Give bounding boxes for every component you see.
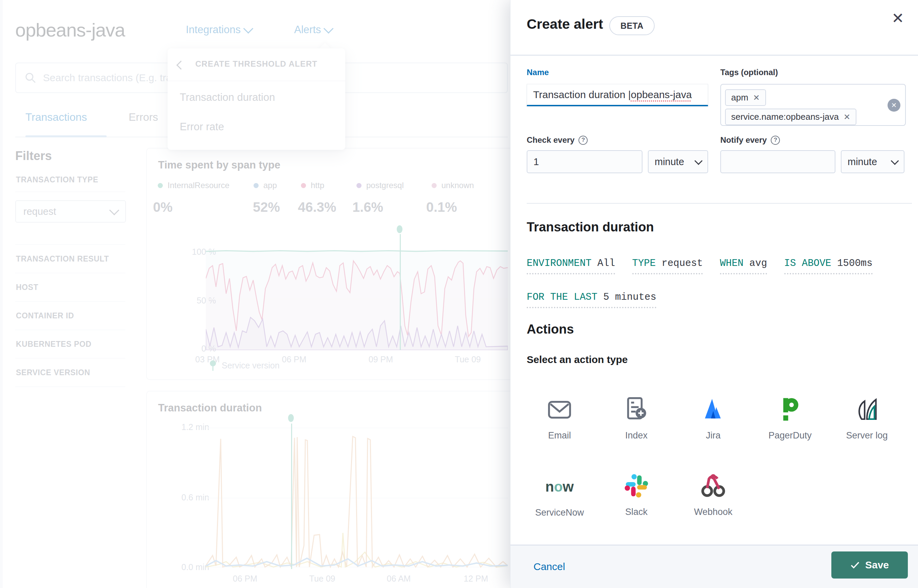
actions-section-title: Actions xyxy=(527,322,574,337)
save-button[interactable]: Save xyxy=(831,551,908,578)
help-icon[interactable]: ? xyxy=(578,136,588,145)
action-label: Slack xyxy=(601,507,672,517)
tag-label: apm xyxy=(731,92,748,103)
action-type-jira[interactable]: Jira xyxy=(678,396,749,441)
notify-every-unit: minute xyxy=(848,156,877,168)
help-icon[interactable]: ? xyxy=(771,136,780,145)
action-label: PagerDuty xyxy=(754,430,826,441)
flyout-header-divider xyxy=(510,55,918,55)
condition-duration-row: FOR THE LAST 5 minutes xyxy=(527,292,672,308)
expression-keyword: FOR THE LAST xyxy=(527,292,597,303)
email-icon xyxy=(546,396,573,423)
chevron-down-icon xyxy=(694,157,703,165)
close-icon[interactable]: ✕ xyxy=(892,11,904,26)
check-every-value-input[interactable]: 1 xyxy=(527,150,643,173)
action-type-webhook[interactable]: Webhook xyxy=(678,472,749,517)
flyout-footer: Cancel Save xyxy=(510,545,918,588)
expression-keyword: IS ABOVE xyxy=(784,258,831,269)
check-icon xyxy=(850,561,860,569)
action-type-server-log[interactable]: Server log xyxy=(831,396,902,441)
expression-for-the-last[interactable]: FOR THE LAST 5 minutes xyxy=(527,292,656,308)
action-label: Index xyxy=(601,430,672,441)
cancel-button[interactable]: Cancel xyxy=(533,561,565,572)
servicenow-icon: now xyxy=(524,472,595,501)
name-label: Name xyxy=(527,68,549,77)
flyout-title: Create alert xyxy=(527,16,603,32)
server-log-icon xyxy=(853,396,881,423)
chevron-down-icon xyxy=(890,157,899,165)
tags-combobox[interactable]: apm ✕ service.name:opbeans-java ✕ ✕ xyxy=(720,84,906,126)
index-icon xyxy=(623,396,650,423)
check-every-label-text: Check every xyxy=(527,135,575,145)
select-action-type-title: Select an action type xyxy=(527,354,628,365)
name-value-misspelled: opbeans-java xyxy=(631,89,692,100)
action-type-index[interactable]: Index xyxy=(601,396,672,441)
notify-every-label-text: Notify every xyxy=(720,135,767,145)
check-every-unit: minute xyxy=(655,156,684,168)
remove-tag-icon[interactable]: ✕ xyxy=(753,94,760,102)
expression-value: request xyxy=(662,258,703,269)
notify-every-value-input[interactable] xyxy=(720,150,835,173)
expression-value: 5 minutes xyxy=(603,292,656,303)
condition-section-title: Transaction duration xyxy=(527,220,654,234)
action-type-slack[interactable]: Slack xyxy=(601,472,672,517)
check-every-unit-select[interactable]: minute xyxy=(648,150,708,173)
expression-is-above[interactable]: IS ABOVE 1500ms xyxy=(784,258,873,275)
action-label: ServiceNow xyxy=(524,507,595,518)
expression-value: avg xyxy=(750,258,767,269)
section-divider xyxy=(527,203,912,204)
expression-value: 1500ms xyxy=(837,258,872,269)
remove-tag-icon[interactable]: ✕ xyxy=(844,113,850,121)
check-every-label: Check every ? xyxy=(527,135,588,145)
name-value-text: Transaction duration | xyxy=(533,89,631,100)
beta-badge: BETA xyxy=(609,16,655,35)
webhook-icon xyxy=(699,472,727,499)
expression-value: All xyxy=(597,258,615,269)
action-label: Webhook xyxy=(678,507,749,517)
apm-create-alert-screen: opbeans-java Integrations Alerts Search … xyxy=(0,0,918,588)
expression-environment[interactable]: ENVIRONMENT All xyxy=(527,258,615,275)
action-type-pagerduty[interactable]: PagerDuty xyxy=(754,396,826,441)
jira-icon xyxy=(699,396,727,423)
create-alert-flyout: Create alert BETA ✕ Name Transaction dur… xyxy=(510,0,918,588)
expression-type[interactable]: TYPE request xyxy=(632,258,703,275)
expression-keyword: ENVIRONMENT xyxy=(527,258,591,269)
pagerduty-icon xyxy=(777,396,804,423)
notify-every-unit-select[interactable]: minute xyxy=(841,150,905,173)
action-type-email[interactable]: Email xyxy=(524,396,595,441)
tag-label: service.name:opbeans-java xyxy=(731,111,839,122)
tag-pill-apm[interactable]: apm ✕ xyxy=(725,89,766,106)
action-label: Jira xyxy=(678,430,749,441)
tags-label: Tags (optional) xyxy=(720,68,778,77)
condition-expressions-row: ENVIRONMENT All TYPE request WHEN avg IS… xyxy=(527,258,906,275)
save-label: Save xyxy=(865,559,889,571)
action-label: Server log xyxy=(831,430,902,441)
slack-icon xyxy=(623,472,650,499)
tag-pill-service-name[interactable]: service.name:opbeans-java ✕ xyxy=(725,108,856,125)
expression-keyword: TYPE xyxy=(632,258,656,269)
notify-every-label: Notify every ? xyxy=(720,135,780,145)
check-every-value: 1 xyxy=(533,156,539,168)
action-type-servicenow[interactable]: now ServiceNow xyxy=(524,472,595,518)
clear-tags-button[interactable]: ✕ xyxy=(887,99,900,111)
expression-when[interactable]: WHEN avg xyxy=(720,258,767,275)
alert-name-input[interactable]: Transaction duration | opbeans-java xyxy=(527,84,708,106)
action-label: Email xyxy=(524,430,595,441)
expression-keyword: WHEN xyxy=(720,258,744,269)
